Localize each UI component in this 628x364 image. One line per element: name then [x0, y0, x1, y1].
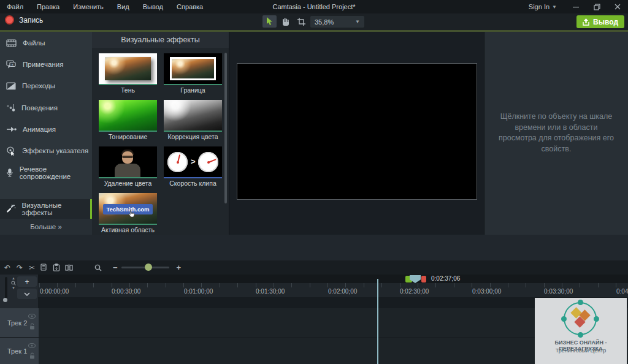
sidebar-item-transitions[interactable]: Переходы: [0, 77, 92, 94]
ruler-label: 0:04:00;00: [616, 288, 628, 295]
export-button[interactable]: Вывод: [576, 15, 624, 28]
ruler-label: 0:00:00;00: [40, 288, 69, 295]
select-tool-button[interactable]: [262, 15, 277, 28]
crop-tool-button[interactable]: [294, 15, 308, 28]
timeline-marker-strip[interactable]: 0:02:37;06: [38, 275, 628, 283]
menu-modify[interactable]: Изменить: [66, 0, 110, 13]
add-track-button[interactable]: +: [17, 276, 37, 287]
effect-tile-shadow[interactable]: Тень: [99, 53, 157, 94]
minimize-button[interactable]: [565, 0, 586, 13]
cursor-effects-icon: [6, 146, 16, 156]
microphone-icon: [6, 168, 13, 178]
menu-file[interactable]: Файл: [0, 0, 30, 13]
paste-button[interactable]: [50, 264, 63, 271]
sidebar-item-behaviors[interactable]: Поведения: [0, 99, 92, 116]
effect-tile-colorize[interactable]: Тонирование: [99, 100, 157, 141]
timeline: 0:02:37;06 0:00:00;00 0:00:30;00 0:01:00…: [0, 275, 628, 364]
paste-icon: [53, 264, 60, 271]
effect-tile-remove-color[interactable]: Удаление цвета: [99, 146, 157, 188]
lock-icon[interactable]: [29, 323, 35, 330]
sidebar-item-media[interactable]: Файлы: [0, 34, 92, 51]
restore-button[interactable]: [586, 0, 607, 13]
timeline-zoom-knob[interactable]: [145, 264, 152, 271]
hand-icon: [281, 17, 289, 26]
sidebar-more-button[interactable]: Больше »: [0, 219, 92, 235]
track-row: Трек 1: [0, 338, 628, 364]
menu-share[interactable]: Вывод: [136, 0, 170, 13]
menubar: Файл Правка Изменить Вид Вывод Справка C…: [0, 0, 628, 13]
sidebar: Файлы a Примечания Переходы Поведения: [0, 32, 92, 235]
clock-icon: [198, 152, 218, 172]
eye-icon[interactable]: [28, 343, 36, 348]
interactive-hotspot-thumbnail: TechSmith.com: [99, 193, 157, 225]
sidebar-item-label: Переходы: [22, 82, 55, 89]
effects-panel: Визуальные эффекты Тень Граница Тонирова…: [92, 32, 229, 235]
lock-icon[interactable]: [29, 352, 35, 359]
menu-edit[interactable]: Правка: [30, 0, 66, 13]
watermark-line2: Тренинговый Центр: [535, 347, 627, 354]
redo-button[interactable]: ↷: [13, 264, 26, 272]
clock-icon: [167, 152, 188, 172]
transition-icon: [6, 82, 16, 90]
playhead-line[interactable]: [377, 279, 378, 364]
record-button[interactable]: Запись: [5, 15, 43, 25]
undo-button[interactable]: ↶: [1, 264, 13, 272]
effect-label: Активная область: [99, 225, 157, 234]
preview-canvas[interactable]: [237, 63, 477, 200]
track-height-slider[interactable]: [5, 277, 7, 299]
crop-icon: [297, 18, 305, 26]
split-icon: [65, 264, 73, 271]
logo-dot: [561, 316, 567, 322]
zoom-level-dropdown[interactable]: 35,8% ▼: [310, 16, 364, 28]
animation-arrow-icon: [6, 126, 17, 132]
export-label: Вывод: [593, 18, 618, 26]
sidebar-item-cursor-effects[interactable]: Эффекты указателя: [0, 142, 92, 159]
cut-button[interactable]: ✂: [26, 264, 38, 272]
split-button[interactable]: [63, 264, 75, 271]
menu-help[interactable]: Справка: [170, 0, 210, 13]
track-header[interactable]: Трек 1: [0, 338, 39, 364]
scissors-icon: ✂: [29, 264, 35, 272]
timeline-corner-controls: ▲ ▼ +: [0, 275, 38, 308]
sign-in-button[interactable]: Sign In ▼: [520, 3, 565, 10]
logo-dot: [594, 316, 599, 322]
timeline-zoom-slider[interactable]: [121, 267, 169, 268]
effects-panel-title: Визуальные эффекты: [92, 32, 229, 48]
ruler-label: 0:03:30;00: [544, 288, 573, 295]
sidebar-item-label: Файлы: [23, 39, 45, 47]
effect-tile-color-adjustment[interactable]: Коррекция цвета: [164, 100, 222, 141]
zoom-level-value: 35,8%: [315, 18, 334, 26]
stage: [229, 32, 484, 235]
zoom-out-button[interactable]: −: [113, 263, 118, 272]
track-options-button[interactable]: [17, 289, 37, 299]
effect-tile-interactive-hotspot[interactable]: TechSmith.com Активная область: [99, 193, 157, 234]
sidebar-item-animations[interactable]: Анимация: [0, 121, 92, 138]
magic-wand-icon: [6, 204, 16, 214]
timeline-ruler[interactable]: 0:00:00;00 0:00:30;00 0:01:00;00 0:01:30…: [38, 283, 628, 297]
pan-tool-button[interactable]: [278, 15, 293, 28]
ruler-label: 0:03:00;00: [472, 288, 501, 295]
sidebar-item-visual-effects-selected[interactable]: Визуальные эффекты: [0, 199, 92, 219]
selection-out-handle[interactable]: [421, 276, 426, 282]
copy-button[interactable]: [38, 264, 50, 271]
zoom-in-button[interactable]: +: [177, 263, 182, 272]
effect-tile-border[interactable]: Граница: [164, 53, 222, 94]
effect-label: Удаление цвета: [99, 178, 157, 188]
plus-icon: +: [177, 263, 182, 272]
effect-label: Тень: [99, 85, 157, 94]
effects-scrollbar[interactable]: [224, 53, 227, 203]
track-zoom-widget[interactable]: ▲ ▼: [10, 276, 17, 291]
ruler-label: 0:02:30;00: [400, 288, 429, 295]
timeline-zoom-button[interactable]: [92, 264, 104, 271]
sidebar-item-voice-narration[interactable]: Речевое сопровождение: [0, 164, 92, 181]
track-header[interactable]: Трек 2: [0, 308, 39, 337]
close-button[interactable]: [607, 0, 628, 13]
ruler-label: 0:01:30;00: [256, 288, 285, 295]
shadow-thumbnail: [99, 53, 157, 85]
sidebar-item-callouts[interactable]: a Примечания: [0, 56, 92, 73]
logo-dot: [578, 300, 583, 305]
eye-icon[interactable]: [28, 314, 36, 319]
menu-view[interactable]: Вид: [110, 0, 136, 13]
effect-tile-clip-speed[interactable]: > Скорость клипа: [164, 146, 222, 188]
track-height-knob[interactable]: [3, 298, 7, 302]
